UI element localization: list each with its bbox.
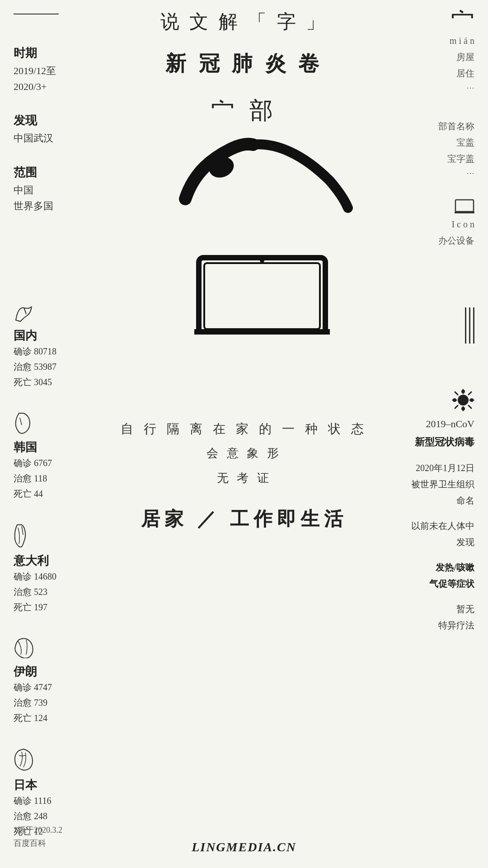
footer-brand: LINGMEDIA.CN — [192, 840, 296, 854]
korea-recovered: 治愈 118 — [14, 471, 56, 486]
period-value2: 2020/3+ — [14, 79, 56, 94]
virus-section: 2019–nCoV 新型冠状病毒 2020年1月12日 被世界卫生组织 命名 以… — [411, 389, 474, 633]
italy-confirmed: 确诊 14680 — [14, 569, 56, 584]
dots2: … — [438, 167, 474, 176]
iran-section: 伊朗 确诊 4747 治愈 739 死亡 124 — [14, 637, 56, 726]
period-value1: 2019/12至 — [14, 63, 56, 79]
radical-name1: 宝盖 — [438, 134, 474, 151]
virus-name: 新型冠状病毒 — [411, 433, 474, 451]
pinyin: m i á n — [438, 33, 474, 49]
iran-flag-icon — [14, 637, 33, 658]
virus-symptom1: 发热/咳嗽 — [411, 559, 474, 576]
scope-value1: 中国 — [14, 182, 56, 198]
virus-treatment-value: 特异疗法 — [411, 617, 474, 633]
scope-value2: 世界多国 — [14, 198, 56, 214]
source-line2: 百度百科 — [14, 837, 62, 850]
iran-recovered: 治愈 739 — [14, 695, 56, 710]
discovery-value: 中国武汉 — [14, 130, 56, 146]
vert-line-2 — [469, 307, 470, 344]
korea-confirmed: 确诊 6767 — [14, 455, 56, 471]
svg-rect-3 — [199, 258, 325, 335]
iran-name: 伊朗 — [14, 664, 56, 679]
china-section: 国内 确诊 80718 治愈 53987 死亡 3045 — [14, 304, 56, 390]
headline-text: 居家 ／ 工作即生活 — [141, 506, 347, 532]
japan-recovered: 治愈 248 — [14, 808, 56, 824]
italy-deaths: 死亡 197 — [14, 599, 56, 615]
china-confirmed: 确诊 80718 — [14, 344, 56, 359]
svg-rect-1 — [455, 212, 474, 213]
japan-flag-icon — [14, 748, 33, 772]
china-flag-icon — [14, 304, 34, 322]
svg-line-14 — [469, 406, 471, 408]
korea-name: 韩国 — [14, 439, 56, 455]
center-subtitle: 新 冠 肺 炎 卷 — [165, 50, 323, 78]
china-name: 国内 — [14, 328, 56, 344]
virus-discovery: 以前未在人体中 — [411, 518, 474, 534]
iran-deaths: 死亡 124 — [14, 710, 56, 726]
meaning1: 房屋 — [438, 49, 474, 65]
period-label: 时期 — [14, 45, 56, 61]
radical-character: 宀 — [438, 9, 474, 33]
svg-line-13 — [455, 392, 458, 395]
composition-text: 会 意 象 形 — [206, 445, 282, 461]
korea-deaths: 死亡 44 — [14, 486, 56, 501]
virus-discovery2: 发现 — [411, 534, 474, 550]
vertical-lines-decoration — [465, 307, 474, 344]
icon-meaning: 办公设备 — [438, 232, 474, 249]
svg-line-16 — [455, 406, 458, 408]
virus-org: 被世界卫生组织 — [411, 476, 474, 492]
virus-symptom2: 气促等症状 — [411, 576, 474, 592]
calligraphic-character — [131, 118, 357, 335]
italy-name: 意大利 — [14, 553, 56, 569]
svg-point-17 — [461, 390, 465, 393]
right-column-top: 宀 m i á n 房屋 居住 … 部首名称 宝盖 宝字盖 … I c o n … — [438, 9, 474, 249]
virus-icon — [452, 389, 474, 411]
scope-label: 范围 — [14, 165, 56, 180]
meaning2: 居住 — [438, 65, 474, 81]
laptop-small-icon — [455, 199, 474, 214]
vert-line-1 — [465, 307, 466, 344]
korea-flag-icon — [14, 412, 32, 434]
japan-confirmed: 确诊 1116 — [14, 793, 56, 808]
dots1: … — [438, 81, 474, 91]
svg-point-19 — [453, 398, 456, 402]
iran-confirmed: 确诊 4747 — [14, 679, 56, 695]
china-recovered: 治愈 53987 — [14, 359, 56, 374]
korea-section: 韩国 确诊 6767 治愈 118 死亡 44 — [14, 412, 56, 501]
svg-point-5 — [260, 258, 264, 263]
svg-rect-0 — [455, 200, 474, 212]
no-evidence-text: 无 考 证 — [217, 470, 272, 486]
virus-code: 2019–nCoV — [411, 415, 474, 433]
virus-named: 命名 — [411, 492, 474, 509]
radical-label-text: 部首名称 — [438, 118, 474, 134]
italy-section: 意大利 确诊 14680 治愈 523 死亡 197 — [14, 524, 56, 615]
radical-name2: 宝字盖 — [438, 151, 474, 167]
virus-treatment-label: 暂无 — [411, 601, 474, 617]
description-text: 自 行 隔 离 在 家 的 一 种 状 态 — [121, 420, 367, 438]
left-column: 时期 2019/12至 2020/3+ 发现 中国武汉 范围 中国 世界多国 国… — [14, 36, 56, 839]
virus-date: 2020年1月12日 — [411, 460, 474, 476]
vert-line-3 — [473, 307, 474, 344]
footer-source: *源于2020.3.2 百度百科 — [14, 824, 62, 850]
main-title: 说 文 解 「 字 」 — [160, 9, 328, 34]
icon-label: I c o n — [438, 216, 474, 232]
svg-rect-7 — [194, 329, 330, 335]
italy-flag-icon — [14, 524, 30, 547]
svg-point-8 — [458, 395, 469, 406]
svg-point-18 — [461, 407, 465, 410]
japan-name: 日本 — [14, 777, 56, 793]
svg-rect-4 — [204, 263, 320, 329]
source-line1: *源于2020.3.2 — [14, 824, 62, 837]
top-decorative-line — [14, 14, 59, 14]
italy-recovered: 治愈 523 — [14, 584, 56, 599]
svg-line-15 — [469, 392, 471, 395]
china-deaths: 死亡 3045 — [14, 374, 56, 390]
discovery-label: 发现 — [14, 113, 56, 128]
svg-point-20 — [470, 398, 474, 402]
